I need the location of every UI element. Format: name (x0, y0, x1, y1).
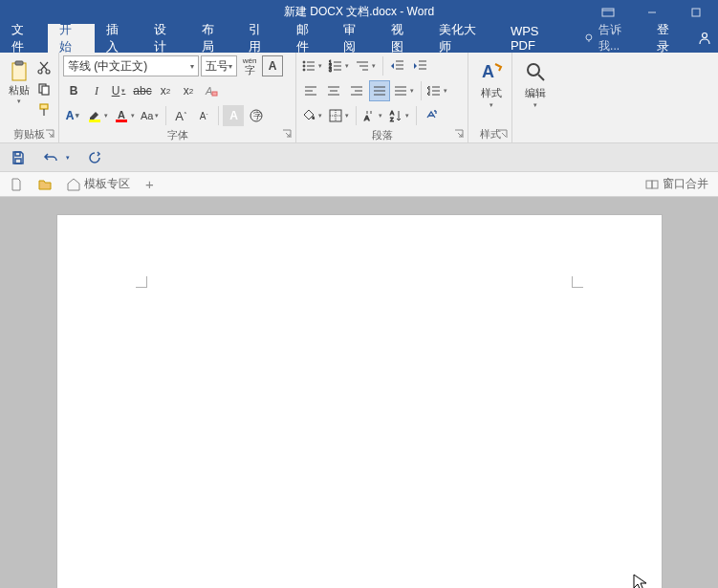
svg-rect-15 (40, 104, 48, 109)
styles-dialog-launcher[interactable] (497, 128, 509, 140)
paste-button[interactable]: 粘贴 ▾ (4, 54, 33, 120)
sort-button[interactable]: AZ (387, 105, 412, 126)
format-painter-button[interactable] (33, 100, 54, 120)
svg-point-76 (528, 64, 539, 76)
tab-review[interactable]: 审阅 (332, 24, 380, 53)
tab-insert[interactable]: 插入 (95, 24, 142, 53)
align-left-button[interactable] (300, 80, 321, 101)
svg-text:3: 3 (329, 67, 332, 73)
document-page[interactable] (56, 214, 663, 588)
font-size-combo[interactable]: 五号 ▾ (201, 55, 237, 76)
asian-layout-button[interactable]: A (360, 105, 385, 126)
group-styles: A 样式 样式 (468, 53, 512, 142)
italic-button[interactable]: I (86, 80, 107, 101)
grow-font-button[interactable]: A˄ (170, 105, 191, 126)
align-right-button[interactable] (346, 80, 367, 101)
editing-button[interactable]: 编辑 (516, 54, 555, 113)
clipboard-dialog-launcher[interactable] (44, 128, 55, 140)
borders-button[interactable] (327, 105, 352, 126)
character-shading-button[interactable]: A (223, 105, 244, 126)
font-color-button[interactable]: A (113, 105, 138, 126)
decrease-indent-button[interactable] (387, 55, 408, 76)
redo-button[interactable] (84, 147, 105, 168)
svg-rect-80 (646, 181, 652, 188)
group-clipboard: 粘贴 ▾ 剪贴板 (0, 53, 59, 142)
change-case-button[interactable]: Aa (140, 105, 162, 126)
merge-windows-button[interactable]: 窗口合并 (642, 174, 712, 194)
enclose-characters-button[interactable]: 字 (246, 105, 267, 126)
minimize-button[interactable] (630, 0, 674, 24)
document-title: 新建 DOCX 文档.docx - Word (284, 4, 434, 20)
tell-me-search[interactable]: 告诉我... (577, 24, 647, 53)
tab-wpspdf[interactable]: WPS PDF (499, 24, 577, 53)
highlight-button[interactable] (86, 105, 111, 126)
character-border-button[interactable]: A (262, 55, 283, 76)
svg-point-24 (303, 61, 305, 63)
paste-label: 粘贴 (9, 83, 30, 98)
document-canvas[interactable] (0, 197, 718, 588)
superscript-button[interactable]: x2 (178, 80, 199, 101)
templates-label: 模板专区 (84, 176, 130, 192)
tab-layout[interactable]: 布局 (190, 24, 238, 53)
tab-mailings[interactable]: 邮件 (285, 24, 333, 53)
bold-button[interactable]: B (63, 80, 84, 101)
undo-dropdown[interactable]: ▾ (63, 147, 73, 168)
svg-text:字: 字 (253, 111, 262, 120)
chevron-down-icon: ▾ (190, 62, 194, 71)
group-editing: 编辑 (512, 53, 556, 142)
multilevel-list-button[interactable] (354, 55, 379, 76)
tab-references[interactable]: 引用 (237, 24, 285, 53)
text-effects-button[interactable]: A (63, 105, 84, 126)
cut-button[interactable] (33, 58, 54, 77)
share-button[interactable] (691, 24, 718, 53)
undo-button[interactable] (40, 147, 61, 168)
ribbon: 粘贴 ▾ 剪贴板 等线 (中文正文) (0, 53, 718, 143)
tab-beautify[interactable]: 美化大师 (427, 24, 499, 53)
subscript-button[interactable]: x2 (155, 80, 176, 101)
align-distributed-button[interactable] (392, 80, 417, 101)
copy-button[interactable] (33, 79, 54, 98)
tab-file[interactable]: 文件 (0, 24, 48, 53)
align-justify-button[interactable] (369, 80, 390, 101)
svg-rect-21 (116, 120, 127, 122)
save-button[interactable] (8, 147, 29, 168)
ribbon-tabs: 文件 开始 插入 设计 布局 引用 邮件 审阅 视图 美化大师 WPS PDF … (0, 24, 718, 53)
underline-button[interactable]: U (109, 80, 130, 101)
styles-button[interactable]: A 样式 (472, 54, 511, 113)
phonetic-guide-button[interactable]: wén 字 (239, 55, 260, 76)
shrink-font-button[interactable]: A˅ (193, 105, 214, 126)
group-paragraph-label: 段落 (300, 127, 464, 142)
paragraph-dialog-launcher[interactable] (453, 128, 465, 140)
svg-text:A: A (482, 62, 494, 81)
tab-home[interactable]: 开始 (48, 24, 96, 53)
svg-text:A: A (118, 109, 125, 120)
quick-access-toolbar: ▾ (0, 143, 718, 172)
login-button[interactable]: 登录 (647, 24, 691, 53)
line-spacing-button[interactable] (425, 80, 450, 101)
new-tab-button[interactable]: + (141, 174, 158, 194)
svg-text:Z: Z (390, 117, 394, 122)
templates-tab[interactable]: 模板专区 (63, 174, 134, 194)
strikethrough-button[interactable]: abc (132, 80, 153, 101)
svg-rect-18 (212, 92, 217, 96)
svg-point-4 (586, 34, 592, 40)
align-center-button[interactable] (323, 80, 344, 101)
group-font-label: 字体 (63, 127, 292, 142)
numbering-button[interactable]: 123 (327, 55, 352, 76)
font-name-combo[interactable]: 等线 (中文正文) ▾ (63, 55, 199, 76)
shading-button[interactable] (300, 105, 325, 126)
bullets-button[interactable] (300, 55, 325, 76)
tab-design[interactable]: 设计 (142, 24, 190, 53)
ribbon-display-options[interactable] (586, 0, 630, 24)
svg-point-26 (303, 65, 305, 67)
page-icon[interactable] (6, 176, 27, 193)
document-tab-bar: 模板专区 + 窗口合并 (0, 172, 718, 197)
tab-view[interactable]: 视图 (380, 24, 427, 53)
folder-icon[interactable] (34, 176, 55, 193)
increase-indent-button[interactable] (410, 55, 431, 76)
clear-formatting-button[interactable]: A (201, 80, 222, 101)
font-dialog-launcher[interactable] (281, 128, 293, 140)
maximize-button[interactable] (674, 0, 718, 24)
show-hide-marks-button[interactable] (421, 105, 442, 126)
svg-rect-78 (15, 152, 20, 156)
